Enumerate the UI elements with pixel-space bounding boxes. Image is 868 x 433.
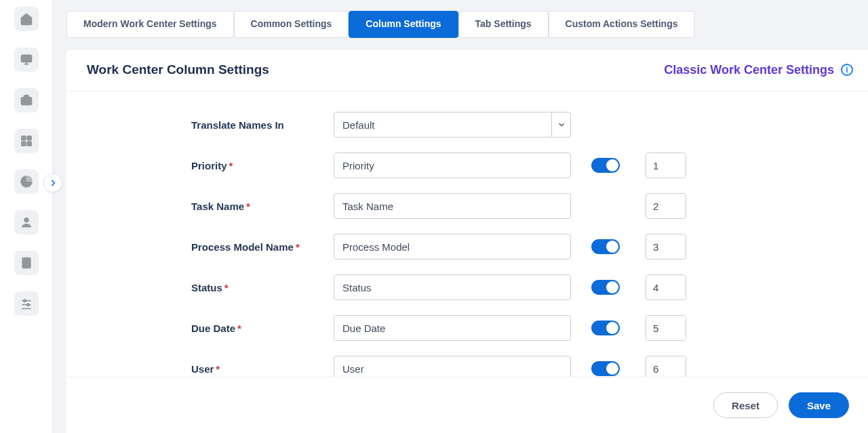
classic-settings-link[interactable]: Classic Work Center Settings (664, 63, 834, 77)
order-process-model-name[interactable] (646, 234, 686, 260)
user-icon (20, 215, 33, 229)
piechart-icon (20, 175, 33, 188)
input-process-model-name[interactable] (334, 234, 571, 260)
order-status[interactable] (646, 274, 686, 300)
svg-rect-5 (26, 136, 31, 141)
toggle-user[interactable] (591, 361, 620, 376)
svg-point-8 (24, 218, 28, 222)
order-due-date[interactable] (646, 315, 686, 341)
nav-calculator[interactable] (14, 251, 39, 275)
nav-expand-button[interactable] (43, 173, 62, 192)
input-task-name[interactable] (334, 193, 571, 219)
form-body: Translate Names In Priority* (66, 91, 868, 377)
footer-bar: Reset Save (66, 377, 868, 433)
input-user[interactable] (334, 356, 571, 377)
toggle-due-date[interactable] (591, 321, 620, 335)
settings-tabs: Modern Work Center Settings Common Setti… (66, 11, 868, 38)
monitor-icon (20, 53, 33, 66)
panel-header: Work Center Column Settings Classic Work… (66, 50, 868, 91)
input-status[interactable] (334, 274, 571, 300)
svg-point-17 (26, 304, 28, 306)
calculator-icon (20, 256, 33, 270)
squares-icon (20, 134, 33, 148)
row-translate-names: Translate Names In (191, 112, 848, 138)
translate-select-toggle[interactable] (552, 112, 571, 138)
chevron-down-icon (557, 120, 566, 129)
translate-label: Translate Names In (191, 119, 334, 131)
nav-user[interactable] (14, 210, 39, 234)
row-task-name: Task Name* (191, 193, 848, 219)
order-user[interactable] (646, 356, 686, 377)
tab-common-settings[interactable]: Common Settings (234, 11, 349, 38)
svg-rect-4 (21, 136, 26, 141)
panel-title: Work Center Column Settings (87, 62, 269, 77)
tab-tab-settings[interactable]: Tab Settings (458, 11, 549, 38)
home-icon (20, 12, 33, 26)
label-status: Status* (191, 282, 334, 293)
input-priority[interactable] (334, 152, 571, 178)
toggle-priority[interactable] (591, 158, 620, 173)
toggle-process-model-name[interactable] (591, 239, 620, 254)
row-status: Status* (191, 274, 848, 300)
nav-sliders[interactable] (14, 291, 39, 316)
save-button[interactable]: Save (789, 392, 849, 418)
nav-briefcase[interactable] (14, 88, 39, 112)
label-priority: Priority* (191, 160, 334, 171)
content-panel: Work Center Column Settings Classic Work… (66, 50, 868, 433)
order-priority[interactable] (646, 152, 686, 178)
label-process-model-name: Process Model Name* (191, 241, 334, 253)
translate-select[interactable] (334, 112, 552, 138)
svg-rect-0 (21, 55, 31, 62)
nav-home[interactable] (14, 7, 39, 31)
info-icon[interactable]: i (841, 64, 853, 76)
svg-rect-7 (26, 142, 31, 146)
tab-modern-work-center-settings[interactable]: Modern Work Center Settings (66, 11, 234, 38)
svg-rect-6 (21, 142, 26, 146)
label-due-date: Due Date* (191, 323, 334, 334)
svg-rect-3 (21, 98, 31, 105)
reset-button[interactable]: Reset (713, 392, 778, 418)
svg-rect-9 (22, 258, 31, 268)
row-due-date: Due Date* (191, 315, 848, 341)
main-area: Modern Work Center Settings Common Setti… (53, 0, 868, 433)
label-user: User* (191, 363, 334, 375)
nav-piechart[interactable] (14, 169, 39, 194)
row-priority: Priority* (191, 152, 848, 178)
tab-column-settings[interactable]: Column Settings (349, 11, 458, 38)
input-due-date[interactable] (334, 315, 571, 341)
sliders-icon (20, 297, 33, 310)
toggle-status[interactable] (591, 280, 620, 295)
svg-point-15 (23, 300, 25, 302)
tab-custom-actions-settings[interactable]: Custom Actions Settings (549, 11, 695, 38)
nav-monitor[interactable] (14, 47, 39, 72)
left-nav-rail (0, 0, 53, 433)
row-user: User* (191, 356, 848, 377)
chevron-right-icon (48, 178, 58, 188)
briefcase-icon (20, 94, 33, 107)
nav-squares[interactable] (14, 129, 39, 153)
order-task-name[interactable] (646, 193, 686, 219)
label-task-name: Task Name* (191, 201, 334, 212)
row-process-model-name: Process Model Name* (191, 234, 848, 260)
